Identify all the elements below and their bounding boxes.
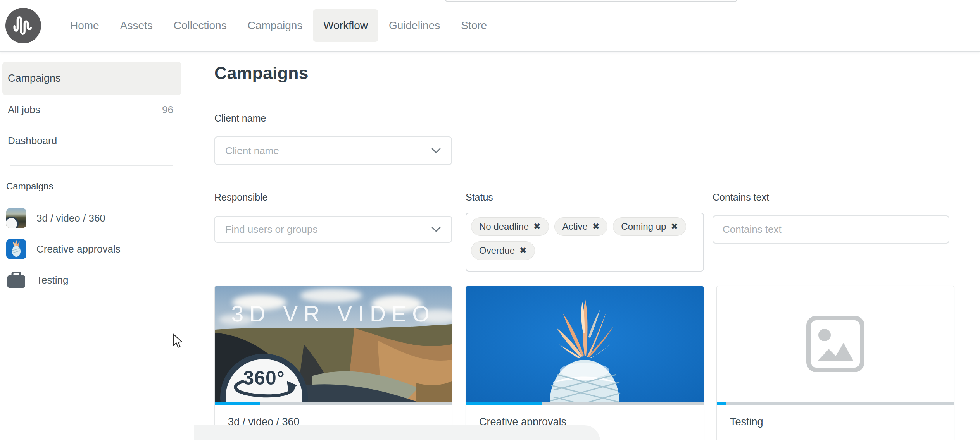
sidebar-divider <box>10 165 173 166</box>
status-tag-label: Active <box>562 221 588 232</box>
status-tag-label: Overdue <box>479 245 515 256</box>
progress-bar <box>717 402 954 405</box>
remove-tag-icon[interactable]: ✖ <box>519 246 526 255</box>
progress-bar <box>466 402 704 405</box>
sidebar-item-label: All jobs <box>8 104 40 116</box>
card-title: Testing <box>730 416 941 428</box>
nav-item-campaigns[interactable]: Campaigns <box>237 9 313 42</box>
campaign-card-3d-video-360[interactable]: 3D VR VIDEO 360° 3d / video / 360 <box>214 286 452 440</box>
pineapple-icon <box>10 240 22 258</box>
campaign-cover-placeholder <box>717 286 954 402</box>
top-navigation-bar: Home Assets Collections Campaigns Workfl… <box>0 0 980 52</box>
sidebar-item-label: Campaigns <box>8 72 61 84</box>
status-tag-overdue[interactable]: Overdue ✖ <box>471 241 535 260</box>
campaign-label: 3d / video / 360 <box>36 212 105 224</box>
progress-fill <box>215 402 260 405</box>
nav-item-home[interactable]: Home <box>60 9 110 42</box>
campaign-card-testing[interactable]: Testing <box>716 286 954 440</box>
campaign-card-creative-approvals[interactable]: Creative approvals <box>466 286 704 440</box>
campaign-thumbnail-briefcase <box>6 270 26 290</box>
nav-label: Home <box>70 19 99 31</box>
status-filter-box[interactable]: No deadline ✖ Active ✖ Coming up ✖ Overd… <box>466 213 704 272</box>
sidebar-item-label: Dashboard <box>8 135 57 147</box>
responsible-select[interactable] <box>214 216 452 243</box>
main-nav: Home Assets Collections Campaigns Workfl… <box>60 0 497 51</box>
campaign-thumbnail-landscape-360 <box>6 208 26 228</box>
status-tag-coming-up[interactable]: Coming up ✖ <box>613 217 686 236</box>
sidebar-campaign-creative-approvals[interactable]: Creative approvals <box>4 234 186 265</box>
status-label: Status <box>466 192 493 203</box>
cover-overlay-text: 3D VR VIDEO <box>215 301 452 327</box>
sidebar-section-title: Campaigns <box>6 181 53 192</box>
campaign-cover-landscape: 3D VR VIDEO 360° <box>215 286 452 402</box>
responsible-label: Responsible <box>214 192 268 203</box>
progress-fill <box>466 402 542 405</box>
search-bar-sliver[interactable] <box>444 0 738 2</box>
contains-text-label: Contains text <box>713 192 769 203</box>
nav-item-guidelines[interactable]: Guidelines <box>378 9 450 42</box>
mini-360-badge <box>6 217 19 228</box>
workflow-app: Home Assets Collections Campaigns Workfl… <box>0 0 980 440</box>
nav-label: Guidelines <box>389 19 440 31</box>
brand-logo[interactable] <box>5 8 41 43</box>
all-jobs-count-badge: 96 <box>162 104 173 116</box>
status-tag-label: No deadline <box>479 221 529 232</box>
sidebar-campaign-3d-video-360[interactable]: 3d / video / 360 <box>4 203 186 234</box>
nav-item-assets[interactable]: Assets <box>110 9 163 42</box>
pineapple-photo <box>466 286 704 402</box>
nav-label: Store <box>461 19 487 31</box>
campaign-cover-pineapple <box>466 286 704 402</box>
status-tag-label: Coming up <box>621 221 666 232</box>
client-name-input[interactable] <box>215 145 431 157</box>
sidebar-item-campaigns[interactable]: Campaigns <box>2 62 181 95</box>
nav-label: Collections <box>174 19 227 31</box>
briefcase-icon <box>7 272 26 289</box>
main-content: Campaigns Client name Responsible Status… <box>194 52 980 440</box>
contains-text-input[interactable] <box>713 215 949 244</box>
nav-label: Workflow <box>323 19 368 31</box>
image-placeholder-icon <box>806 316 864 372</box>
nav-item-workflow[interactable]: Workflow <box>313 9 378 42</box>
remove-tag-icon[interactable]: ✖ <box>592 222 599 231</box>
progress-bar <box>215 402 452 405</box>
client-name-select[interactable] <box>214 136 452 165</box>
remove-tag-icon[interactable]: ✖ <box>671 222 678 231</box>
card-body: Testing <box>717 405 954 440</box>
nav-label: Campaigns <box>248 19 303 31</box>
campaign-thumbnail-pineapple <box>6 239 26 259</box>
sidebar-item-dashboard[interactable]: Dashboard <box>2 130 181 151</box>
nav-item-collections[interactable]: Collections <box>163 9 237 42</box>
sidebar: Campaigns All jobs 96 Dashboard Campaign… <box>0 52 194 440</box>
nav-label: Assets <box>120 19 153 31</box>
nav-item-store[interactable]: Store <box>450 9 497 42</box>
campaign-label: Testing <box>36 274 68 286</box>
wave-logo-icon <box>11 14 35 38</box>
progress-fill <box>717 402 726 405</box>
client-name-label: Client name <box>214 113 266 124</box>
responsible-input[interactable] <box>215 223 431 235</box>
sidebar-item-all-jobs[interactable]: All jobs 96 <box>2 99 181 120</box>
status-tag-active[interactable]: Active ✖ <box>554 217 608 236</box>
chevron-down-icon <box>431 226 441 232</box>
rotation-arrow-icon <box>229 376 299 402</box>
page-title: Campaigns <box>214 63 309 83</box>
chevron-down-icon <box>431 148 441 154</box>
status-tag-no-deadline[interactable]: No deadline ✖ <box>471 217 549 236</box>
sidebar-campaign-testing[interactable]: Testing <box>4 265 186 296</box>
remove-tag-icon[interactable]: ✖ <box>533 222 540 231</box>
campaign-label: Creative approvals <box>36 243 121 255</box>
